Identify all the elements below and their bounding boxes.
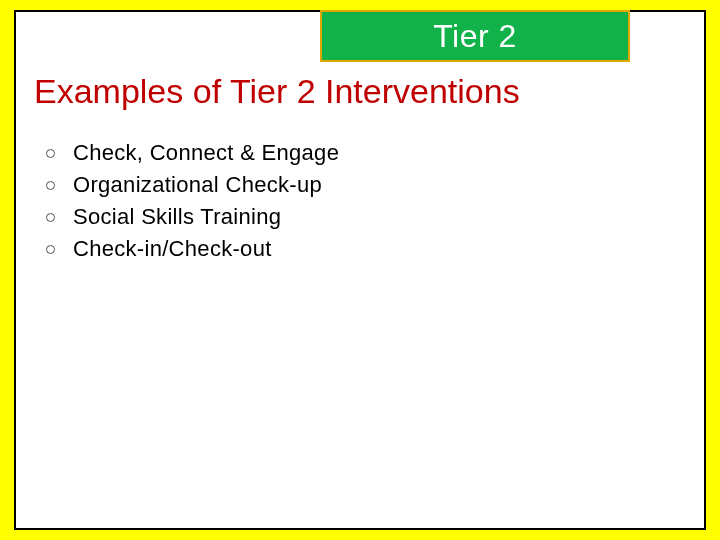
bullet-icon — [46, 213, 55, 222]
list-item-label: Check, Connect & Engage — [73, 140, 339, 166]
tier-badge-label: Tier 2 — [433, 18, 517, 55]
list-item: Organizational Check-up — [46, 172, 339, 198]
list-item-label: Organizational Check-up — [73, 172, 322, 198]
bullet-icon — [46, 245, 55, 254]
list-item-label: Check-in/Check-out — [73, 236, 272, 262]
list-item: Check-in/Check-out — [46, 236, 339, 262]
list-item-label: Social Skills Training — [73, 204, 281, 230]
list-item: Check, Connect & Engage — [46, 140, 339, 166]
slide-title: Examples of Tier 2 Interventions — [34, 72, 520, 111]
slide-card: Tier 2 Examples of Tier 2 Interventions … — [14, 10, 706, 530]
tier-badge: Tier 2 — [320, 10, 630, 62]
bullet-icon — [46, 181, 55, 190]
list-item: Social Skills Training — [46, 204, 339, 230]
bullet-icon — [46, 149, 55, 158]
intervention-list: Check, Connect & Engage Organizational C… — [46, 140, 339, 268]
